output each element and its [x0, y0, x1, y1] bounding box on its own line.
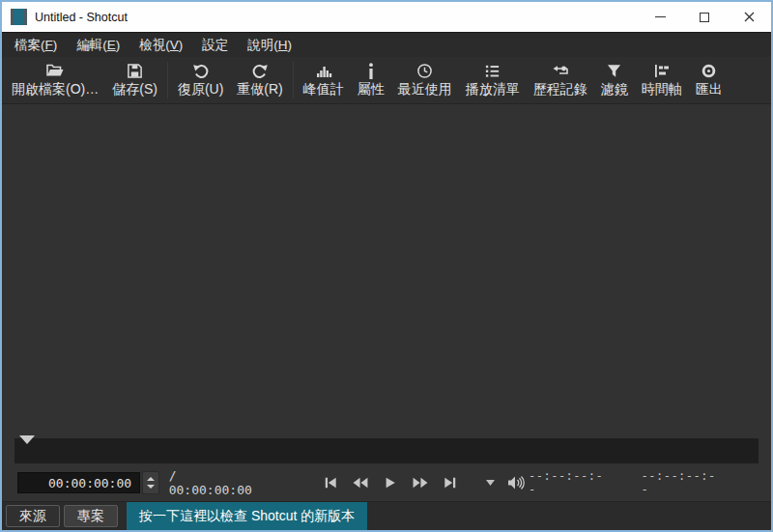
- playlist-icon: [484, 63, 501, 79]
- toolbar: 開啟檔案(O)… 儲存(S) 復原(U): [2, 57, 771, 104]
- playlist-button[interactable]: 播放清單: [459, 60, 527, 101]
- timeline-icon: [653, 63, 671, 79]
- transport-buttons: [319, 472, 462, 493]
- spinner-down-icon[interactable]: [147, 485, 155, 489]
- skip-to-end-button[interactable]: [439, 472, 462, 493]
- menu-edit[interactable]: 編輯(E): [67, 34, 129, 57]
- video-preview-area[interactable]: [2, 104, 771, 435]
- chevron-down-icon: [486, 480, 495, 486]
- filters-icon: [606, 63, 622, 79]
- properties-button[interactable]: 屬性: [351, 60, 391, 101]
- recent-button[interactable]: 最近使用: [391, 60, 459, 101]
- shotcut-window: Untitled - Shotcut 檔案(F) 編輯(E) 檢視(V) 設定 …: [0, 0, 773, 532]
- in-point-indicator: --:--:--:--: [529, 469, 609, 496]
- seek-bar[interactable]: [14, 438, 759, 463]
- rewind-icon: [352, 476, 369, 490]
- skip-to-start-button[interactable]: [319, 472, 342, 493]
- volume-button[interactable]: [505, 472, 529, 493]
- player-menu-dropdown[interactable]: [485, 472, 497, 493]
- menu-view[interactable]: 檢視(V): [129, 34, 192, 57]
- play-icon: [384, 476, 397, 490]
- filters-button[interactable]: 濾鏡: [594, 60, 635, 101]
- history-icon: [551, 63, 569, 79]
- undo-icon: [192, 63, 210, 79]
- duration-label: / 00:00:00:00: [169, 468, 265, 497]
- spinner-up-icon[interactable]: [147, 477, 155, 481]
- open-file-button[interactable]: 開啟檔案(O)…: [5, 60, 105, 101]
- rewind-button[interactable]: [349, 472, 372, 493]
- in-out-indicators: --:--:--:-- --:--:--:--: [529, 469, 721, 496]
- peak-meter-button[interactable]: 峰值計: [297, 60, 351, 101]
- maximize-icon: [700, 13, 709, 22]
- titlebar: Untitled - Shotcut: [2, 2, 771, 32]
- volume-controls: [485, 472, 529, 493]
- seek-bar-row: [2, 435, 771, 464]
- skip-to-start-icon: [323, 476, 338, 490]
- window-title: Untitled - Shotcut: [35, 11, 128, 24]
- recent-icon: [416, 63, 433, 79]
- properties-icon: [367, 63, 375, 79]
- timeline-button[interactable]: 時間軸: [635, 60, 689, 101]
- save-icon: [127, 63, 143, 79]
- menu-file[interactable]: 檔案(F): [5, 34, 67, 57]
- volume-icon: [507, 475, 526, 490]
- timecode-spinner[interactable]: [142, 471, 159, 494]
- open-folder-icon: [45, 63, 65, 79]
- menu-settings[interactable]: 設定: [192, 34, 238, 57]
- fast-forward-icon: [412, 476, 429, 490]
- export-icon: [701, 63, 717, 79]
- transport-bar: 00:00:00:00 / 00:00:00:00: [2, 464, 771, 501]
- fast-forward-button[interactable]: [409, 472, 432, 493]
- minimize-icon: [655, 16, 666, 17]
- playhead-marker-icon[interactable]: [19, 435, 35, 444]
- export-button[interactable]: 匯出: [689, 60, 730, 101]
- maximize-button[interactable]: [682, 2, 727, 32]
- toolbar-separator: [293, 62, 294, 98]
- minimize-button[interactable]: [638, 2, 682, 32]
- out-point-indicator: --:--:--:--: [641, 469, 721, 496]
- toolbar-separator: [167, 62, 168, 98]
- menubar: 檔案(F) 編輯(E) 檢視(V) 設定 說明(H): [2, 32, 771, 57]
- menu-help[interactable]: 說明(H): [238, 34, 301, 57]
- close-button[interactable]: [727, 2, 771, 32]
- shotcut-logo-icon: [11, 9, 27, 25]
- save-button[interactable]: 儲存(S): [105, 60, 164, 101]
- skip-to-end-icon: [443, 476, 458, 490]
- timecode-input[interactable]: 00:00:00:00: [17, 472, 140, 493]
- update-notification-button[interactable]: 按一下這裡以檢查 Shotcut 的新版本: [127, 502, 367, 530]
- redo-icon: [251, 63, 269, 79]
- redo-button[interactable]: 重做(R): [230, 60, 289, 101]
- tab-source[interactable]: 來源: [6, 505, 60, 527]
- tab-project[interactable]: 專案: [64, 505, 118, 527]
- peak-meter-icon: [315, 63, 332, 79]
- close-icon: [744, 12, 755, 22]
- history-button[interactable]: 歷程記錄: [527, 60, 594, 101]
- statusbar: 來源 專案 按一下這裡以檢查 Shotcut 的新版本: [2, 501, 771, 530]
- window-controls: [638, 2, 771, 32]
- undo-button[interactable]: 復原(U): [171, 60, 230, 101]
- play-button[interactable]: [379, 472, 402, 493]
